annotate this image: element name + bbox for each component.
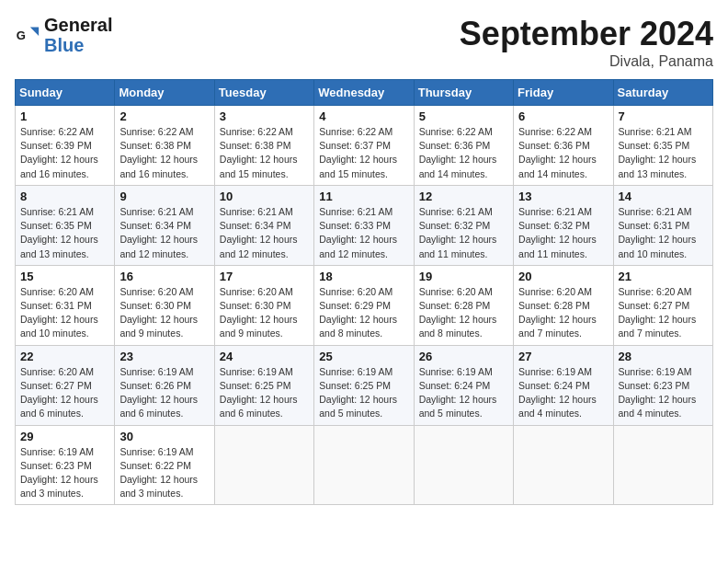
logo-line2: Blue [44, 35, 112, 55]
calendar-day-cell: 16Sunrise: 6:20 AM Sunset: 6:30 PM Dayli… [115, 265, 214, 345]
day-info: Sunrise: 6:20 AM Sunset: 6:28 PM Dayligh… [518, 285, 608, 341]
day-number: 25 [319, 350, 408, 363]
day-header-saturday: Saturday [613, 80, 712, 106]
calendar-week-row: 15Sunrise: 6:20 AM Sunset: 6:31 PM Dayli… [16, 265, 713, 345]
calendar-empty-cell [514, 425, 613, 505]
calendar-week-row: 29Sunrise: 6:19 AM Sunset: 6:23 PM Dayli… [16, 425, 713, 505]
day-number: 5 [419, 109, 508, 123]
calendar-day-cell: 17Sunrise: 6:20 AM Sunset: 6:30 PM Dayli… [214, 265, 313, 345]
calendar-day-cell: 4Sunrise: 6:22 AM Sunset: 6:37 PM Daylig… [314, 106, 414, 186]
day-info: Sunrise: 6:21 AM Sunset: 6:33 PM Dayligh… [319, 205, 408, 261]
day-number: 12 [419, 190, 508, 203]
day-number: 24 [220, 350, 309, 363]
logo: G General Blue [15, 15, 112, 55]
day-info: Sunrise: 6:21 AM Sunset: 6:32 PM Dayligh… [419, 205, 508, 261]
day-info: Sunrise: 6:19 AM Sunset: 6:23 PM Dayligh… [619, 365, 708, 421]
calendar-empty-cell [214, 425, 313, 505]
calendar-empty-cell [414, 425, 513, 505]
day-info: Sunrise: 6:19 AM Sunset: 6:22 PM Dayligh… [119, 445, 209, 501]
calendar-day-cell: 29Sunrise: 6:19 AM Sunset: 6:23 PM Dayli… [16, 425, 115, 505]
calendar-day-cell: 22Sunrise: 6:20 AM Sunset: 6:27 PM Dayli… [16, 345, 115, 425]
calendar-day-cell: 15Sunrise: 6:20 AM Sunset: 6:31 PM Dayli… [16, 265, 115, 345]
day-number: 11 [319, 190, 408, 203]
calendar-header-row: SundayMondayTuesdayWednesdayThursdayFrid… [16, 80, 713, 106]
day-info: Sunrise: 6:19 AM Sunset: 6:24 PM Dayligh… [419, 365, 508, 421]
calendar-table: SundayMondayTuesdayWednesdayThursdayFrid… [15, 79, 713, 505]
day-number: 27 [518, 350, 608, 363]
calendar-day-cell: 2Sunrise: 6:22 AM Sunset: 6:38 PM Daylig… [115, 106, 214, 186]
day-info: Sunrise: 6:20 AM Sunset: 6:28 PM Dayligh… [419, 285, 508, 341]
calendar-day-cell: 21Sunrise: 6:20 AM Sunset: 6:27 PM Dayli… [613, 265, 712, 345]
day-number: 6 [518, 109, 608, 123]
day-info: Sunrise: 6:21 AM Sunset: 6:32 PM Dayligh… [518, 205, 608, 261]
day-number: 14 [619, 190, 708, 203]
calendar-day-cell: 23Sunrise: 6:19 AM Sunset: 6:26 PM Dayli… [115, 345, 214, 425]
calendar-day-cell: 28Sunrise: 6:19 AM Sunset: 6:23 PM Dayli… [613, 345, 712, 425]
day-header-thursday: Thursday [414, 80, 513, 106]
day-info: Sunrise: 6:19 AM Sunset: 6:23 PM Dayligh… [20, 445, 109, 501]
location: Divala, Panama [460, 53, 713, 70]
calendar-day-cell: 27Sunrise: 6:19 AM Sunset: 6:24 PM Dayli… [514, 345, 613, 425]
day-header-sunday: Sunday [16, 80, 115, 106]
svg-text:G: G [17, 29, 26, 42]
calendar-day-cell: 8Sunrise: 6:21 AM Sunset: 6:35 PM Daylig… [16, 185, 115, 265]
calendar-week-row: 22Sunrise: 6:20 AM Sunset: 6:27 PM Dayli… [16, 345, 713, 425]
day-number: 13 [518, 190, 608, 203]
day-info: Sunrise: 6:21 AM Sunset: 6:35 PM Dayligh… [619, 125, 708, 181]
calendar-week-row: 8Sunrise: 6:21 AM Sunset: 6:35 PM Daylig… [16, 185, 713, 265]
day-header-monday: Monday [115, 80, 214, 106]
day-info: Sunrise: 6:19 AM Sunset: 6:24 PM Dayligh… [518, 365, 608, 421]
calendar-day-cell: 30Sunrise: 6:19 AM Sunset: 6:22 PM Dayli… [115, 425, 214, 505]
day-info: Sunrise: 6:21 AM Sunset: 6:34 PM Dayligh… [220, 205, 309, 261]
day-number: 16 [119, 270, 209, 283]
day-header-wednesday: Wednesday [314, 80, 414, 106]
day-number: 18 [319, 270, 408, 283]
day-number: 1 [20, 109, 109, 123]
day-number: 28 [619, 350, 708, 363]
day-info: Sunrise: 6:19 AM Sunset: 6:26 PM Dayligh… [119, 365, 209, 421]
day-number: 2 [119, 109, 209, 123]
svg-marker-1 [30, 28, 39, 36]
day-number: 3 [220, 109, 309, 123]
calendar-day-cell: 3Sunrise: 6:22 AM Sunset: 6:38 PM Daylig… [214, 106, 313, 186]
calendar-day-cell: 7Sunrise: 6:21 AM Sunset: 6:35 PM Daylig… [613, 106, 712, 186]
day-info: Sunrise: 6:19 AM Sunset: 6:25 PM Dayligh… [319, 365, 408, 421]
day-info: Sunrise: 6:20 AM Sunset: 6:27 PM Dayligh… [20, 365, 109, 421]
day-header-friday: Friday [514, 80, 613, 106]
day-number: 29 [20, 430, 109, 443]
day-number: 23 [119, 350, 209, 363]
calendar-day-cell: 13Sunrise: 6:21 AM Sunset: 6:32 PM Dayli… [514, 185, 613, 265]
day-number: 22 [20, 350, 109, 363]
day-number: 4 [319, 109, 408, 123]
day-number: 8 [20, 190, 109, 203]
calendar-day-cell: 6Sunrise: 6:22 AM Sunset: 6:36 PM Daylig… [514, 106, 613, 186]
day-info: Sunrise: 6:20 AM Sunset: 6:29 PM Dayligh… [319, 285, 408, 341]
day-info: Sunrise: 6:21 AM Sunset: 6:31 PM Dayligh… [619, 205, 708, 261]
day-header-tuesday: Tuesday [214, 80, 313, 106]
day-info: Sunrise: 6:22 AM Sunset: 6:39 PM Dayligh… [20, 125, 109, 181]
day-number: 30 [119, 430, 209, 443]
logo-line1: General [44, 15, 112, 35]
calendar-week-row: 1Sunrise: 6:22 AM Sunset: 6:39 PM Daylig… [16, 106, 713, 186]
day-number: 15 [20, 270, 109, 283]
title-block: September 2024 Divala, Panama [460, 15, 713, 70]
page-header: G General Blue September 2024 Divala, Pa… [15, 15, 713, 70]
day-number: 10 [220, 190, 309, 203]
day-number: 20 [518, 270, 608, 283]
day-info: Sunrise: 6:22 AM Sunset: 6:36 PM Dayligh… [518, 125, 608, 181]
calendar-day-cell: 1Sunrise: 6:22 AM Sunset: 6:39 PM Daylig… [16, 106, 115, 186]
calendar-day-cell: 11Sunrise: 6:21 AM Sunset: 6:33 PM Dayli… [314, 185, 414, 265]
calendar-day-cell: 24Sunrise: 6:19 AM Sunset: 6:25 PM Dayli… [214, 345, 313, 425]
day-info: Sunrise: 6:21 AM Sunset: 6:35 PM Dayligh… [20, 205, 109, 261]
day-number: 26 [419, 350, 508, 363]
calendar-day-cell: 14Sunrise: 6:21 AM Sunset: 6:31 PM Dayli… [613, 185, 712, 265]
calendar-day-cell: 5Sunrise: 6:22 AM Sunset: 6:36 PM Daylig… [414, 106, 513, 186]
calendar-empty-cell [613, 425, 712, 505]
day-info: Sunrise: 6:20 AM Sunset: 6:30 PM Dayligh… [119, 285, 209, 341]
calendar-day-cell: 25Sunrise: 6:19 AM Sunset: 6:25 PM Dayli… [314, 345, 414, 425]
day-number: 19 [419, 270, 508, 283]
calendar-day-cell: 9Sunrise: 6:21 AM Sunset: 6:34 PM Daylig… [115, 185, 214, 265]
calendar-empty-cell [314, 425, 414, 505]
day-info: Sunrise: 6:22 AM Sunset: 6:37 PM Dayligh… [319, 125, 408, 181]
month-title: September 2024 [460, 15, 713, 53]
